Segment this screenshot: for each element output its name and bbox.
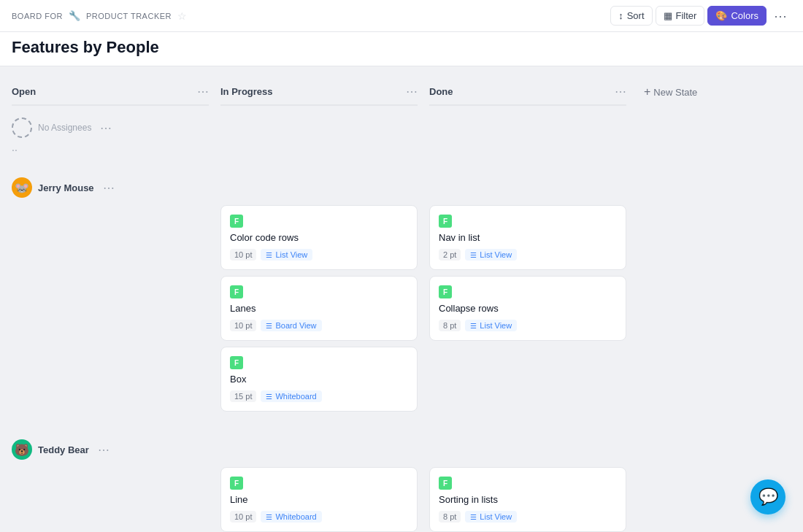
col-title-open: Open — [12, 86, 36, 97]
plus-icon: + — [644, 85, 650, 99]
card-title: Line — [230, 494, 408, 505]
chat-fab[interactable]: 💬 — [750, 479, 785, 514]
card-title: Color code rows — [230, 232, 408, 243]
whiteboard-icon: ☰ — [266, 393, 272, 401]
avatar-teddy: 🐻 — [12, 439, 32, 460]
colors-label: Colors — [731, 10, 758, 21]
card-pts: 15 pt — [230, 390, 256, 402]
colors-icon: 🎨 — [715, 10, 727, 21]
person-options-teddy[interactable]: ⋯ — [98, 443, 110, 457]
chat-icon: 💬 — [758, 487, 778, 506]
card-pts: 10 pt — [230, 249, 256, 261]
col-options-in-progress[interactable]: ⋯ — [406, 85, 418, 99]
card-title: Box — [230, 374, 408, 385]
card-tag: ☰ List View — [465, 249, 517, 261]
list-view-icon: ☰ — [470, 322, 477, 330]
cards-grid-teddy: F Line 10 pt ☰ Whiteboard F Box 15 pt — [12, 467, 791, 532]
col-open-teddy — [12, 467, 209, 496]
card-collapse-rows[interactable]: F Collapse rows 8 pt ☰ List View — [429, 276, 626, 341]
card-title: Nav in list — [439, 232, 617, 243]
star-icon[interactable]: ☆ — [177, 10, 187, 22]
card-meta: 10 pt ☰ Whiteboard — [230, 511, 408, 523]
filter-button[interactable]: ▦ Filter — [656, 6, 705, 26]
list-view-icon: ☰ — [266, 251, 272, 259]
no-assignees-indicator: ·· — [12, 141, 791, 158]
card-meta: 15 pt ☰ Whiteboard — [230, 390, 408, 402]
card-nav-in-list[interactable]: F Nav in list 2 pt ☰ List View — [429, 205, 626, 270]
card-pts: 10 pt — [230, 320, 256, 331]
more-options-icon[interactable]: ⋯ — [769, 5, 791, 27]
person-section-teddy: 🐻 Teddy Bear ⋯ F Line 10 pt ☰ Whiteboard — [12, 432, 791, 532]
page-title: Features by People — [12, 38, 791, 57]
avatar-jerry: 🐭 — [12, 177, 32, 198]
no-assignees-avatar — [12, 117, 32, 138]
new-state-header: + New State — [638, 78, 791, 106]
person-name-teddy: Teddy Bear — [38, 444, 89, 455]
card-pts: 10 pt — [230, 511, 256, 523]
new-state-label: New State — [653, 87, 697, 98]
col-options-done[interactable]: ⋯ — [615, 85, 626, 99]
card-lanes[interactable]: F Lanes 10 pt ☰ Board View — [220, 276, 418, 341]
card-pts: 8 pt — [439, 511, 461, 523]
col-title-done: Done — [429, 86, 453, 97]
card-type-badge: F — [439, 215, 452, 228]
board-view-icon: ☰ — [266, 322, 272, 330]
card-sorting-in-lists[interactable]: F Sorting in lists 8 pt ☰ List View — [429, 467, 626, 532]
page-title-bar: Features by People — [0, 32, 803, 66]
project-icon: 🔧 — [69, 10, 80, 21]
board-for-label: BOARD FOR — [12, 12, 63, 20]
person-options-jerry[interactable]: ⋯ — [103, 181, 115, 195]
card-title: Sorting in lists — [439, 494, 617, 505]
card-type-badge: F — [230, 477, 243, 490]
person-row-teddy: 🐻 Teddy Bear ⋯ — [12, 432, 791, 467]
sort-icon: ↕ — [618, 10, 623, 21]
no-assignees-options[interactable]: ⋯ — [100, 121, 112, 135]
card-pts: 2 pt — [439, 249, 461, 261]
card-meta: 8 pt ☰ List View — [439, 320, 617, 331]
card-type-badge: F — [230, 356, 243, 369]
board-container: Open ⋯ In Progress ⋯ Done ⋯ + New State … — [0, 66, 803, 532]
col-header-open: Open ⋯ — [12, 78, 209, 106]
card-type-badge: F — [230, 285, 243, 298]
list-view-icon: ☰ — [470, 251, 477, 259]
whiteboard-icon: ☰ — [266, 513, 272, 521]
cards-grid-jerry: F Color code rows 10 pt ☰ List View F La… — [12, 205, 791, 412]
col-title-in-progress: In Progress — [220, 86, 273, 97]
card-title: Collapse rows — [439, 303, 617, 314]
card-tag: ☰ List View — [261, 249, 312, 261]
card-type-badge: F — [439, 285, 452, 298]
col-in-progress-jerry: F Color code rows 10 pt ☰ List View F La… — [220, 205, 418, 412]
sort-button[interactable]: ↕ Sort — [610, 6, 652, 26]
card-tag: ☰ Whiteboard — [261, 390, 321, 402]
card-pts: 8 pt — [439, 320, 461, 331]
col-header-in-progress: In Progress ⋯ — [220, 78, 418, 106]
no-assignees-label: No Assignees — [38, 123, 91, 133]
card-title: Lanes — [230, 303, 408, 314]
card-meta: 2 pt ☰ List View — [439, 249, 617, 261]
card-color-code-rows[interactable]: F Color code rows 10 pt ☰ List View — [220, 205, 418, 270]
card-tag: ☰ List View — [465, 511, 517, 523]
card-tag: ☰ Whiteboard — [261, 511, 321, 523]
card-box-jerry[interactable]: F Box 15 pt ☰ Whiteboard — [220, 347, 418, 412]
col-open-jerry — [12, 205, 209, 234]
top-bar: BOARD FOR 🔧 PRODUCT TRACKER ☆ ↕ Sort ▦ F… — [0, 0, 803, 32]
card-tag: ☰ List View — [465, 320, 517, 331]
card-type-badge: F — [230, 215, 243, 228]
sort-label: Sort — [627, 10, 645, 21]
card-meta: 10 pt ☰ List View — [230, 249, 408, 261]
card-meta: 8 pt ☰ List View — [439, 511, 617, 523]
col-options-open[interactable]: ⋯ — [197, 85, 209, 99]
board-for-text: BOARD FOR — [12, 12, 63, 20]
project-name[interactable]: PRODUCT TRACKER — [86, 12, 172, 20]
card-line[interactable]: F Line 10 pt ☰ Whiteboard — [220, 467, 418, 532]
col-header-done: Done ⋯ — [429, 78, 626, 106]
col-new-state-jerry — [638, 205, 791, 234]
colors-button[interactable]: 🎨 Colors — [707, 6, 766, 26]
new-state-button[interactable]: + New State — [638, 82, 703, 101]
columns-header: Open ⋯ In Progress ⋯ Done ⋯ + New State — [12, 78, 791, 112]
col-in-progress-teddy: F Line 10 pt ☰ Whiteboard F Box 15 pt — [220, 467, 418, 532]
person-row-jerry: 🐭 Jerry Mouse ⋯ — [12, 170, 791, 205]
card-meta: 10 pt ☰ Board View — [230, 320, 408, 331]
person-name-jerry: Jerry Mouse — [38, 182, 94, 193]
list-view-icon: ☰ — [470, 513, 477, 521]
